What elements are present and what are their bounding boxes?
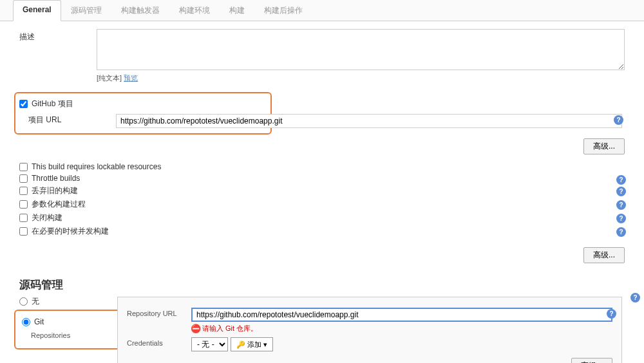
tab-build[interactable]: 构建 [220, 0, 254, 21]
description-textarea[interactable] [97, 29, 625, 70]
tab-triggers[interactable]: 构建触发器 [111, 0, 169, 21]
github-project-label: GitHub 项目 [32, 98, 73, 109]
tab-environment[interactable]: 构建环境 [169, 0, 220, 21]
tab-general[interactable]: General [13, 0, 61, 21]
throttle-label: Throttle builds [32, 174, 80, 183]
project-url-label: 项目 URL [28, 112, 95, 128]
help-icon[interactable]: ? [616, 227, 626, 237]
error-icon: ⛔ [191, 324, 200, 333]
description-hint: [纯文本] 预览 [97, 73, 625, 83]
advanced-button-3[interactable]: 高级... [571, 358, 612, 363]
help-icon[interactable]: ? [616, 187, 626, 196]
repo-url-error: ⛔ 请输入 Git 仓库。 [191, 324, 612, 333]
help-icon[interactable]: ? [630, 293, 640, 302]
lockable-checkbox[interactable] [19, 163, 28, 171]
help-icon[interactable]: ? [616, 214, 626, 223]
concurrent-label: 在必要的时候并发构建 [32, 226, 109, 237]
help-icon[interactable]: ? [607, 309, 616, 319]
param-checkbox[interactable] [19, 200, 28, 209]
config-tabs: General 源码管理 构建触发器 构建环境 构建 构建后操作 [0, 0, 644, 21]
repo-url-label: Repository URL [127, 308, 191, 317]
tab-scm[interactable]: 源码管理 [61, 0, 111, 21]
description-label: 描述 [19, 29, 97, 45]
help-icon[interactable]: ? [616, 200, 626, 210]
help-icon[interactable]: ? [616, 175, 626, 185]
tab-postbuild[interactable]: 构建后操作 [254, 0, 312, 21]
discard-label: 丢弃旧的构建 [32, 185, 78, 196]
concurrent-checkbox[interactable] [19, 227, 28, 236]
disable-checkbox[interactable] [19, 214, 28, 222]
discard-checkbox[interactable] [19, 187, 28, 195]
credentials-label: Credentials [127, 337, 191, 347]
add-credentials-button[interactable]: 🔑 添加 ▾ [231, 337, 273, 351]
scm-heading: 源码管理 [19, 277, 625, 292]
throttle-checkbox[interactable] [19, 174, 28, 183]
preview-link[interactable]: 预览 [124, 74, 138, 82]
disable-label: 关闭构建 [32, 212, 62, 223]
project-url-input[interactable] [116, 114, 622, 128]
advanced-button-2[interactable]: 高级... [583, 247, 625, 263]
advanced-button-1[interactable]: 高级... [583, 138, 625, 154]
lockable-label: This build requires lockable resources [32, 162, 161, 171]
github-project-checkbox[interactable] [19, 100, 28, 108]
repo-url-input[interactable] [191, 308, 612, 322]
credentials-select[interactable]: - 无 - [191, 337, 228, 351]
param-label: 参数化构建过程 [32, 199, 86, 210]
help-icon[interactable]: ? [614, 115, 623, 125]
